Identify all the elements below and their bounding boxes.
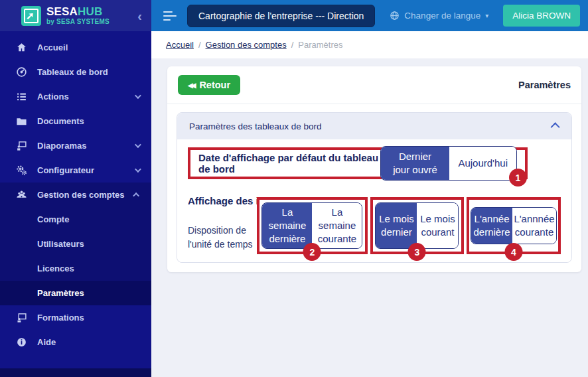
- sidebar-item-aide[interactable]: Aide: [0, 330, 151, 354]
- breadcrumb-link-accueil[interactable]: Accueil: [166, 40, 194, 50]
- language-label: Changer de langue: [404, 11, 480, 21]
- chevron-down-icon: [135, 141, 141, 148]
- toggle-aujourdhui[interactable]: Aujourd'hui: [449, 147, 516, 181]
- user-button[interactable]: Alicia BROWN: [503, 5, 580, 27]
- sidebar-item-gestion-des-comptes[interactable]: Gestion des comptes: [0, 183, 151, 207]
- top-header: Cartographie de l'entreprise --- Directi…: [151, 0, 588, 31]
- year-toggle-group: L'année dernière L'annnée courante: [471, 207, 557, 244]
- sidebar-subitem-parametres[interactable]: Paramètres: [0, 281, 151, 305]
- dashboard-settings-panel: Paramètres des tableaux de bord Date d'a…: [177, 112, 572, 263]
- logo-arrow-icon: ➚: [26, 11, 37, 21]
- sidebar-item-actions[interactable]: Actions: [0, 84, 151, 109]
- sidebar-collapse-icon[interactable]: ‹: [137, 9, 142, 23]
- home-icon: [15, 41, 28, 54]
- toggle-mois-courant[interactable]: Le mois courant: [417, 203, 458, 248]
- sidebar-item-tableaux-de-bord[interactable]: Tableaux de bord: [0, 60, 151, 84]
- panel-accordion-header[interactable]: Paramètres des tableaux de bord: [177, 113, 571, 139]
- sidebar-subitem-compte[interactable]: Compte: [0, 207, 151, 232]
- annotation-box-year: L'année dernière L'annnée courante 4: [467, 197, 561, 254]
- week-toggle-group: La semaine dernière La semaine courante: [261, 202, 362, 249]
- chevron-up-icon: [133, 192, 139, 199]
- logo-area: ➚ SESAHUB by SESA SYSTEMS ‹: [0, 0, 151, 31]
- annotation-box-date: Date d'affichage par défaut du tableau d…: [188, 147, 528, 179]
- date-display-label: Date d'affichage par défaut du tableau d…: [198, 152, 380, 175]
- list-icon: [15, 90, 28, 104]
- app-window: ➚ SESAHUB by SESA SYSTEMS ‹ Accueil: [0, 0, 588, 377]
- sidebar-group-gestion-des-comptes: Gestion des comptes Compte Utilisateurs …: [0, 183, 151, 305]
- sidebar-subitem-utilisateurs[interactable]: Utilisateurs: [0, 232, 151, 256]
- time-unit-layout-label: Disposition de l'unité de temps: [188, 197, 254, 254]
- annotation-box-week: La semaine dernière La semaine courante …: [257, 197, 368, 254]
- toggle-annee-derniere[interactable]: L'année dernière: [471, 208, 512, 244]
- sesahub-logo-icon: ➚: [21, 6, 41, 26]
- panel-title: Paramètres des tableaux de bord: [189, 121, 322, 131]
- annotation-badge-4: 4: [505, 243, 523, 261]
- sidebar-item-accueil[interactable]: Accueil: [0, 35, 151, 60]
- logo-text: SESAHUB by SESA SYSTEMS: [46, 6, 110, 25]
- header-right: Changer de langue ▾ Alicia BROWN: [390, 5, 580, 27]
- main-column: Cartographie de l'entreprise --- Directi…: [151, 0, 588, 377]
- toggle-annee-courante[interactable]: L'annnée courante: [512, 208, 556, 244]
- back-button[interactable]: ◀◀ Retour: [178, 75, 240, 95]
- annotation-badge-3: 3: [408, 243, 426, 261]
- sidebar-item-documents[interactable]: Documents: [0, 109, 151, 133]
- card-page-label: Paramètres: [518, 80, 571, 90]
- sidebar-nav: Accueil Tableaux de bord Actions Do: [0, 31, 151, 354]
- card-body: Paramètres des tableaux de bord Date d'a…: [167, 104, 581, 272]
- date-toggle-group: Dernier jour ouvré Aujourd'hui: [380, 146, 517, 181]
- caret-down-icon: ▾: [485, 12, 488, 19]
- globe-icon: [390, 11, 400, 21]
- annotation-badge-2: 2: [303, 243, 321, 261]
- breadcrumb-current: Paramètres: [298, 40, 342, 50]
- toggle-semaine-derniere[interactable]: La semaine dernière: [262, 203, 312, 248]
- month-toggle-group: Le mois dernier Le mois courant: [375, 202, 459, 249]
- gears-icon: [15, 164, 28, 177]
- sidebar-item-configurateur[interactable]: Configurateur: [0, 158, 151, 183]
- info-icon: [15, 336, 28, 349]
- sidebar-item-diaporamas[interactable]: Diaporamas: [0, 133, 151, 158]
- sidebar: ➚ SESAHUB by SESA SYSTEMS ‹ Accueil: [0, 0, 151, 377]
- panel-body: Date d'affichage par défaut du tableau d…: [177, 139, 571, 262]
- breadcrumb: Accueil / Gestion des comptes / Paramètr…: [151, 31, 588, 58]
- brand-secondary: HUB: [78, 5, 102, 18]
- chevron-up-icon: [551, 122, 560, 131]
- toggle-dernier-jour-ouvre[interactable]: Dernier jour ouvré: [381, 147, 450, 181]
- breadcrumb-link-gestion-des-comptes[interactable]: Gestion des comptes: [206, 40, 287, 50]
- hamburger-menu-icon[interactable]: [163, 11, 177, 21]
- card-header: ◀◀ Retour Paramètres: [167, 66, 581, 104]
- settings-card: ◀◀ Retour Paramètres Paramètres des tabl…: [167, 66, 581, 272]
- chevron-down-icon: [135, 166, 141, 173]
- folder-icon: [15, 115, 28, 128]
- chevron-down-icon: [135, 92, 141, 99]
- brand-tagline: by SESA SYSTEMS: [46, 19, 110, 25]
- toggle-mois-dernier[interactable]: Le mois dernier: [376, 203, 417, 248]
- sidebar-footer-strip: [0, 368, 151, 377]
- dashboard-gauge-icon: [15, 66, 28, 79]
- time-unit-row: Disposition de l'unité de temps La semai…: [188, 197, 561, 254]
- rewind-icon: ◀◀: [188, 82, 194, 89]
- content-area: ◀◀ Retour Paramètres Paramètres des tabl…: [151, 58, 588, 377]
- page-title-pill: Cartographie de l'entreprise --- Directi…: [187, 5, 375, 27]
- sidebar-item-formations[interactable]: Formations: [0, 305, 151, 330]
- language-dropdown[interactable]: Changer de langue ▾: [390, 11, 488, 21]
- annotation-badge-1: 1: [509, 169, 527, 187]
- training-icon: [15, 311, 28, 325]
- brand-primary: SESA: [46, 5, 78, 18]
- sidebar-subitem-licences[interactable]: Licences: [0, 256, 151, 281]
- toggle-semaine-courante[interactable]: La semaine courante: [312, 203, 362, 248]
- presentation-icon: [15, 139, 28, 153]
- users-icon: [15, 188, 28, 202]
- annotation-box-month: Le mois dernier Le mois courant 3: [370, 197, 464, 254]
